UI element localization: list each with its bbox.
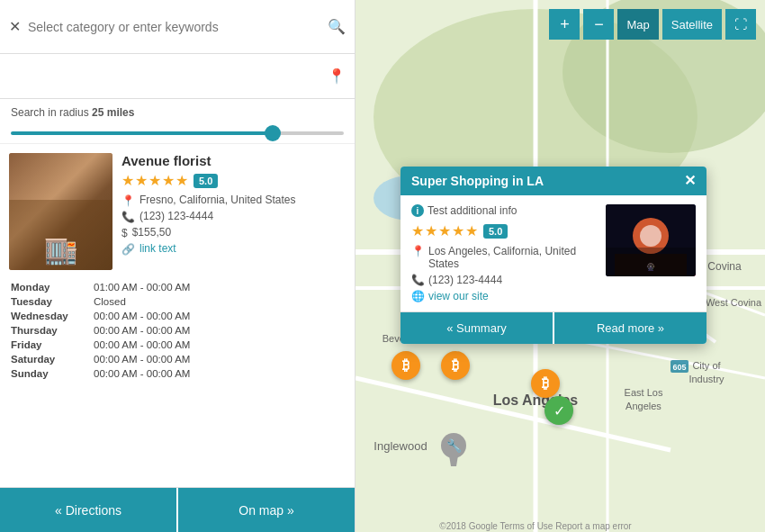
price-text: $155,50 <box>132 226 171 239</box>
zoom-in-button[interactable]: + <box>549 9 580 40</box>
listing-area: Avenue florist ★★★★★ 5.0 📍 Fresno, Calif… <box>0 144 355 480</box>
popup-location: 📍 Los Angeles, California, United States <box>411 245 597 270</box>
hours-value: 00:00 AM - 00:00 AM <box>94 310 344 322</box>
pin-icon: 📍 <box>328 68 346 85</box>
svg-marker-30 <box>449 455 458 466</box>
popup-image: 🎡 <box>606 204 696 276</box>
map-view-button[interactable]: Map <box>617 9 658 40</box>
address-text: Fresno, California, United States <box>140 194 295 206</box>
svg-text:Covina: Covina <box>707 260 742 273</box>
popup-stars-row: ★★★★★ 5.0 <box>411 222 597 239</box>
map-controls: + − Map Satellite ⛶ <box>549 9 756 40</box>
fullscreen-button[interactable]: ⛶ <box>725 9 756 40</box>
popup-actions: « Summary Read more » <box>400 311 706 344</box>
popup-test-text: Test additional info <box>428 204 517 217</box>
hours-value: 01:00 AM - 00:00 AM <box>94 281 344 293</box>
popup-stars: ★★★★★ <box>411 222 479 239</box>
info-icon: i <box>411 204 424 217</box>
hours-value: Closed <box>94 295 344 308</box>
stars: ★★★★★ <box>122 172 189 189</box>
listing-card: Avenue florist ★★★★★ 5.0 📍 Fresno, Calif… <box>9 153 346 270</box>
search-icon[interactable]: 🔍 <box>328 18 346 35</box>
svg-text:East Los: East Los <box>625 387 663 398</box>
search-bar: ✕ 🔍 <box>0 0 355 54</box>
read-more-button[interactable]: Read more » <box>553 312 706 344</box>
day-label: Sunday <box>11 367 92 380</box>
svg-text:605: 605 <box>672 363 686 372</box>
hours-row: Wednesday00:00 AM - 00:00 AM <box>11 310 344 322</box>
close-icon[interactable]: ✕ <box>9 18 21 35</box>
svg-text:West Covina: West Covina <box>706 297 762 308</box>
price-icon: $ <box>122 227 128 239</box>
satellite-view-button[interactable]: Satellite <box>662 9 722 40</box>
radius-value: 25 <box>92 106 104 119</box>
popup-body: i Test additional info ★★★★★ 5.0 📍 Los A… <box>400 195 706 311</box>
hours-value: 00:00 AM - 00:00 AM <box>94 367 344 380</box>
phone-row: 📞 (123) 123-4444 <box>122 210 346 223</box>
popup-pin-icon: 📍 <box>411 245 425 257</box>
day-label: Monday <box>11 281 92 293</box>
listing-name: Avenue florist <box>122 153 346 168</box>
marker-bitcoin-1[interactable]: ₿ <box>392 351 420 380</box>
zoom-out-button[interactable]: − <box>583 9 614 40</box>
day-label: Wednesday <box>11 310 92 322</box>
link-icon: 🔗 <box>122 243 135 256</box>
radius-slider[interactable] <box>11 131 344 135</box>
popup-phone-text: (123) 123-4444 <box>428 274 502 286</box>
svg-text:Inglewood: Inglewood <box>374 439 427 453</box>
radius-section: Search in radius 25 miles <box>0 99 355 144</box>
marker-green[interactable]: ✓ <box>544 396 573 425</box>
hours-row: Monday01:00 AM - 00:00 AM <box>11 281 344 293</box>
hours-row: Sunday00:00 AM - 00:00 AM <box>11 367 344 380</box>
listing-info: Avenue florist ★★★★★ 5.0 📍 Fresno, Calif… <box>122 153 346 270</box>
popup-score: 5.0 <box>483 224 508 239</box>
summary-button[interactable]: « Summary <box>400 312 553 344</box>
map-popup: Super Shopping in LA ✕ i Test additional… <box>400 167 706 344</box>
directions-button[interactable]: « Directions <box>0 488 176 532</box>
popup-test-info: i Test additional info <box>411 204 597 217</box>
popup-close-button[interactable]: ✕ <box>684 174 696 188</box>
hours-value: 00:00 AM - 00:00 AM <box>94 338 344 351</box>
map-panel: 5 405 605 Los Angeles East Los Angeles C… <box>356 0 765 532</box>
hours-row: TuesdayClosed <box>11 295 344 308</box>
listing-image <box>9 153 112 270</box>
day-label: Saturday <box>11 353 92 365</box>
bitcoin-icon-1: ₿ <box>392 351 420 380</box>
checkmark-icon: ✓ <box>544 396 573 425</box>
popup-link-row: 🌐 view our site <box>411 290 597 302</box>
search-input[interactable] <box>28 20 320 34</box>
phone-text: (123) 123-4444 <box>140 210 213 222</box>
popup-phone-icon: 📞 <box>411 274 425 286</box>
hours-row: Saturday00:00 AM - 00:00 AM <box>11 353 344 365</box>
popup-info: i Test additional info ★★★★★ 5.0 📍 Los A… <box>411 204 597 302</box>
radius-unit: miles <box>107 106 135 119</box>
marker-bitcoin-3[interactable]: ₿ <box>531 369 560 398</box>
radius-label: Search in radius 25 miles <box>11 106 344 119</box>
onmap-button[interactable]: On map » <box>176 488 355 532</box>
hours-value: 00:00 AM - 00:00 AM <box>94 353 344 365</box>
listing-link[interactable]: link text <box>140 242 176 255</box>
marker-bitcoin-2[interactable]: ₿ <box>441 351 470 380</box>
svg-text:City of: City of <box>692 360 721 371</box>
day-label: Friday <box>11 338 92 351</box>
popup-phone: 📞 (123) 123-4444 <box>411 274 597 286</box>
day-label: Thursday <box>11 324 92 337</box>
price-row: $ $155,50 <box>122 226 346 239</box>
popup-address: Los Angeles, California, United States <box>428 245 597 270</box>
svg-text:🎡: 🎡 <box>646 262 655 271</box>
bitcoin-icon-3: ₿ <box>531 369 560 398</box>
location-bar: Los Angeles, CA, USA 📍 <box>0 54 355 99</box>
phone-icon: 📞 <box>122 211 135 223</box>
hours-row: Thursday00:00 AM - 00:00 AM <box>11 324 344 337</box>
bottom-buttons: « Directions On map » <box>0 487 355 532</box>
location-input[interactable]: Los Angeles, CA, USA <box>9 69 320 84</box>
svg-point-33 <box>640 225 662 247</box>
popup-site-link[interactable]: view our site <box>428 290 489 302</box>
hours-table: Monday01:00 AM - 00:00 AMTuesdayClosedWe… <box>9 279 346 382</box>
marker-wrench[interactable]: 🔧 <box>436 432 471 473</box>
hours-value: 00:00 AM - 00:00 AM <box>94 324 344 337</box>
svg-text:©2018 Google  Terms of Use  Re: ©2018 Google Terms of Use Report a map e… <box>439 521 632 531</box>
svg-text:Industry: Industry <box>688 374 724 384</box>
svg-text:🔧: 🔧 <box>446 438 463 454</box>
stars-row: ★★★★★ 5.0 <box>122 172 346 189</box>
